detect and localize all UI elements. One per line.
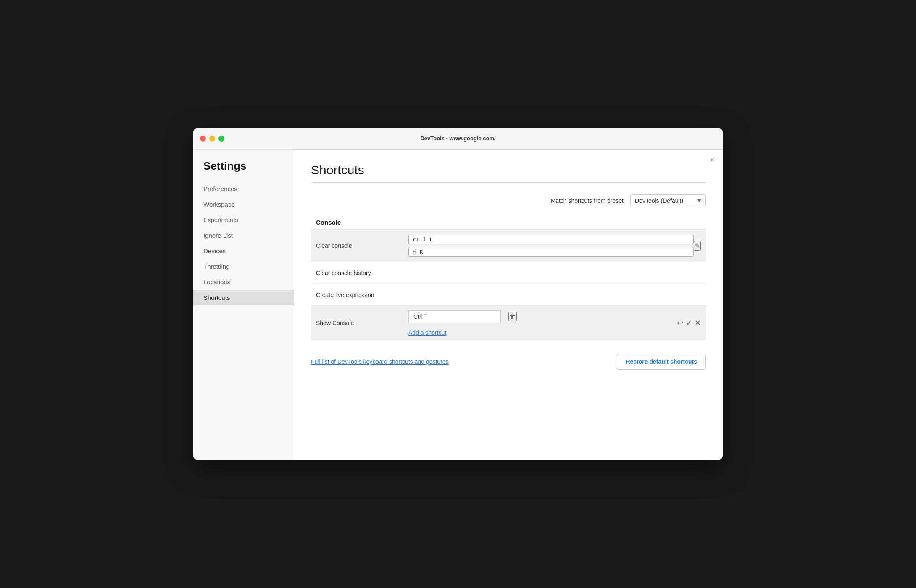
sidebar-item-experiments[interactable]: Experiments — [193, 212, 294, 228]
sidebar-heading: Settings — [193, 160, 294, 181]
shortcut-row-clear-console: Clear console Ctrl L ⌘ K ✎ — [311, 229, 706, 262]
page-title: Shortcuts — [311, 163, 706, 177]
undo-shortcut-button[interactable]: ↩ — [677, 318, 683, 328]
delete-shortcut-button-show-console[interactable]: 🗑 — [508, 312, 517, 321]
sidebar-item-preferences[interactable]: Preferences — [193, 181, 294, 197]
close-settings-button[interactable]: × — [710, 156, 714, 164]
shortcut-row-create-live-expression: Create live expression — [311, 284, 706, 305]
shortcut-keys-clear-console: Ctrl L ⌘ K — [408, 235, 694, 257]
sidebar-item-locations[interactable]: Locations — [193, 274, 294, 290]
shortcut-row-clear-console-history: Clear console history — [311, 262, 706, 284]
settings-window: DevTools - www.google.com/ Settings Pref… — [193, 128, 723, 460]
sidebar: Settings Preferences Workspace Experimen… — [193, 150, 294, 460]
add-shortcut-link[interactable]: Add a shortcut — [408, 329, 677, 336]
cancel-shortcut-button[interactable]: ✕ — [695, 318, 701, 328]
full-list-link[interactable]: Full list of DevTools keyboard shortcuts… — [311, 358, 449, 365]
shortcut-name-clear-console: Clear console — [316, 242, 408, 249]
console-section-title: Console — [311, 219, 706, 229]
title-divider — [311, 182, 706, 183]
sidebar-item-throttling[interactable]: Throttling — [193, 259, 294, 274]
sidebar-item-devices[interactable]: Devices — [193, 243, 294, 259]
confirm-shortcut-button[interactable]: ✓ — [686, 318, 692, 328]
show-console-edit-actions: ↩ ✓ ✕ — [677, 318, 701, 328]
show-console-edit-area: 🗑 Add a shortcut — [408, 310, 677, 336]
show-console-edit-inner: Show Console 🗑 Add a shortcut ↩ ✓ ✕ — [311, 306, 706, 340]
key-badge-ctrl-l: Ctrl L — [408, 235, 694, 244]
window-title: DevTools - www.google.com/ — [420, 135, 495, 142]
maximize-button[interactable] — [218, 136, 224, 142]
traffic-lights — [200, 136, 224, 142]
preset-select[interactable]: DevTools (Default) Visual Studio Code — [630, 194, 706, 207]
sidebar-item-ignore-list[interactable]: Ignore List — [193, 228, 294, 243]
key-badge-cmd-k: ⌘ K — [408, 247, 694, 257]
titlebar: DevTools - www.google.com/ — [193, 128, 723, 150]
shortcut-name-show-console: Show Console — [316, 320, 408, 326]
preset-row: Match shortcuts from preset DevTools (De… — [311, 194, 706, 207]
restore-defaults-button[interactable]: Restore default shortcuts — [617, 354, 706, 370]
console-section: Console Clear console Ctrl L ⌘ K ✎ Clear… — [311, 219, 706, 340]
shortcut-row-show-console: Show Console 🗑 Add a shortcut ↩ ✓ ✕ — [311, 305, 706, 340]
preset-label: Match shortcuts from preset — [550, 197, 624, 204]
close-button[interactable] — [200, 136, 206, 142]
edit-shortcut-button-clear-console[interactable]: ✎ — [694, 241, 701, 251]
footer-row: Full list of DevTools keyboard shortcuts… — [311, 350, 706, 370]
shortcut-input-show-console[interactable] — [408, 310, 501, 323]
sidebar-item-workspace[interactable]: Workspace — [193, 197, 294, 212]
content-area: Settings Preferences Workspace Experimen… — [193, 150, 723, 460]
sidebar-item-shortcuts[interactable]: Shortcuts — [193, 290, 294, 305]
minimize-button[interactable] — [209, 136, 215, 142]
main-content: × Shortcuts Match shortcuts from preset … — [294, 150, 723, 460]
shortcut-name-create-live-expression: Create live expression — [316, 291, 408, 298]
shortcut-name-clear-console-history: Clear console history — [316, 270, 408, 276]
show-console-input-row: 🗑 — [408, 310, 677, 323]
